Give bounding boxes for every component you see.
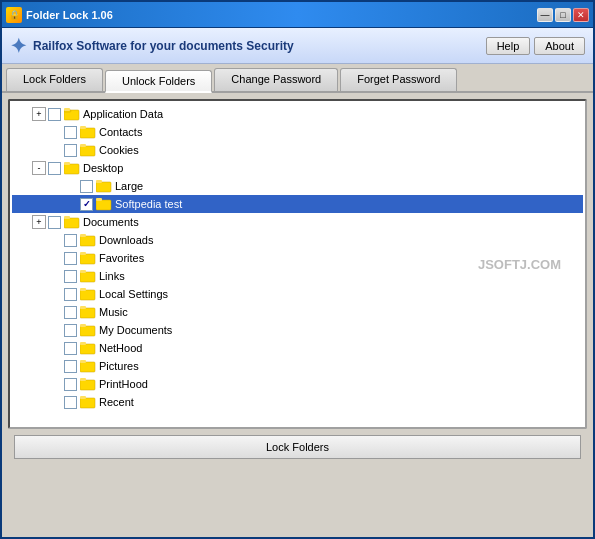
- tab-bar: Lock Folders Unlock Folders Change Passw…: [2, 64, 593, 93]
- title-controls: — □ ✕: [537, 8, 589, 22]
- folder-icon: [80, 395, 96, 409]
- svg-rect-33: [80, 398, 95, 408]
- close-button[interactable]: ✕: [573, 8, 589, 22]
- item-label: Desktop: [83, 162, 123, 174]
- item-label: Contacts: [99, 126, 142, 138]
- lock-folders-button[interactable]: Lock Folders: [14, 435, 581, 459]
- tree-checkbox[interactable]: [64, 396, 77, 409]
- tree-item[interactable]: Downloads: [12, 231, 583, 249]
- tree-item[interactable]: + Documents: [12, 213, 583, 231]
- expand-button[interactable]: +: [32, 215, 46, 229]
- main-content: + Application Data Contacts: [2, 93, 593, 537]
- folder-icon: [64, 161, 80, 175]
- tree-checkbox[interactable]: [64, 144, 77, 157]
- tree-checkbox[interactable]: [64, 324, 77, 337]
- item-label: Softpedia test: [115, 198, 182, 210]
- maximize-button[interactable]: □: [555, 8, 571, 22]
- item-label: Cookies: [99, 144, 139, 156]
- svg-rect-15: [80, 236, 95, 246]
- header-left: ✦ Railfox Software for your documents Se…: [10, 36, 294, 56]
- svg-rect-11: [96, 200, 111, 210]
- svg-rect-13: [64, 218, 79, 228]
- svg-rect-25: [80, 326, 95, 336]
- tree-checkbox[interactable]: [64, 252, 77, 265]
- svg-rect-9: [96, 182, 111, 192]
- tree-item[interactable]: Favorites: [12, 249, 583, 267]
- tree-checkbox[interactable]: [48, 216, 61, 229]
- tree-checkbox[interactable]: ✓: [80, 198, 93, 211]
- tree-item[interactable]: Cookies: [12, 141, 583, 159]
- tree-item[interactable]: Pictures: [12, 357, 583, 375]
- tree-checkbox[interactable]: [64, 234, 77, 247]
- svg-rect-3: [80, 128, 95, 138]
- folder-icon: [64, 215, 80, 229]
- tree-item[interactable]: Music: [12, 303, 583, 321]
- svg-rect-24: [80, 306, 86, 309]
- tree-item[interactable]: My Documents: [12, 321, 583, 339]
- tree-item[interactable]: Recent: [12, 393, 583, 411]
- tree-item[interactable]: - Desktop: [12, 159, 583, 177]
- item-label: Favorites: [99, 252, 144, 264]
- svg-rect-8: [64, 162, 70, 165]
- tree-checkbox[interactable]: [64, 342, 77, 355]
- tree-checkbox[interactable]: [64, 270, 77, 283]
- tree-item[interactable]: + Application Data: [12, 105, 583, 123]
- svg-rect-2: [64, 108, 70, 111]
- item-label: Pictures: [99, 360, 139, 372]
- help-button[interactable]: Help: [486, 37, 531, 55]
- header: ✦ Railfox Software for your documents Se…: [2, 28, 593, 64]
- tree-item-selected[interactable]: ✓ Softpedia test: [12, 195, 583, 213]
- svg-rect-19: [80, 272, 95, 282]
- tree-checkbox[interactable]: [64, 360, 77, 373]
- tab-unlock-folders[interactable]: Unlock Folders: [105, 70, 212, 93]
- item-label: PrintHood: [99, 378, 148, 390]
- tree-checkbox[interactable]: [64, 306, 77, 319]
- folder-icon: [80, 287, 96, 301]
- folder-icon: [80, 305, 96, 319]
- tab-change-password[interactable]: Change Password: [214, 68, 338, 91]
- svg-rect-18: [80, 252, 86, 255]
- tree-content[interactable]: + Application Data Contacts: [10, 101, 585, 427]
- item-label: NetHood: [99, 342, 142, 354]
- svg-rect-28: [80, 342, 86, 345]
- item-label: Recent: [99, 396, 134, 408]
- svg-rect-21: [80, 290, 95, 300]
- tree-checkbox[interactable]: [48, 162, 61, 175]
- svg-rect-17: [80, 254, 95, 264]
- svg-rect-32: [80, 378, 86, 381]
- header-buttons: Help About: [486, 37, 585, 55]
- tree-item[interactable]: Links: [12, 267, 583, 285]
- tree-item[interactable]: PrintHood: [12, 375, 583, 393]
- minimize-button[interactable]: —: [537, 8, 553, 22]
- title-text: Folder Lock 1.06: [26, 9, 113, 21]
- tab-lock-folders[interactable]: Lock Folders: [6, 68, 103, 91]
- svg-rect-14: [64, 216, 70, 219]
- svg-rect-22: [80, 288, 86, 291]
- folder-icon: [64, 107, 80, 121]
- svg-rect-34: [80, 396, 86, 399]
- tree-checkbox[interactable]: [64, 378, 77, 391]
- folder-icon: [96, 179, 112, 193]
- svg-rect-29: [80, 362, 95, 372]
- tree-checkbox[interactable]: [64, 126, 77, 139]
- svg-rect-23: [80, 308, 95, 318]
- tree-item[interactable]: Local Settings: [12, 285, 583, 303]
- expand-button[interactable]: +: [32, 107, 46, 121]
- tree-item[interactable]: Contacts: [12, 123, 583, 141]
- svg-rect-20: [80, 270, 86, 273]
- about-button[interactable]: About: [534, 37, 585, 55]
- tree-item[interactable]: NetHood: [12, 339, 583, 357]
- tree-item[interactable]: Large: [12, 177, 583, 195]
- main-window: 🔒 Folder Lock 1.06 — □ ✕ ✦ Railfox Softw…: [0, 0, 595, 539]
- folder-icon: [80, 359, 96, 373]
- folder-icon: [80, 143, 96, 157]
- expand-button[interactable]: -: [32, 161, 46, 175]
- svg-rect-30: [80, 360, 86, 363]
- tab-forget-password[interactable]: Forget Password: [340, 68, 457, 91]
- svg-rect-6: [80, 144, 86, 147]
- tree-checkbox[interactable]: [80, 180, 93, 193]
- title-bar-left: 🔒 Folder Lock 1.06: [6, 7, 113, 23]
- tree-checkbox[interactable]: [64, 288, 77, 301]
- folder-icon: [80, 125, 96, 139]
- tree-checkbox[interactable]: [48, 108, 61, 121]
